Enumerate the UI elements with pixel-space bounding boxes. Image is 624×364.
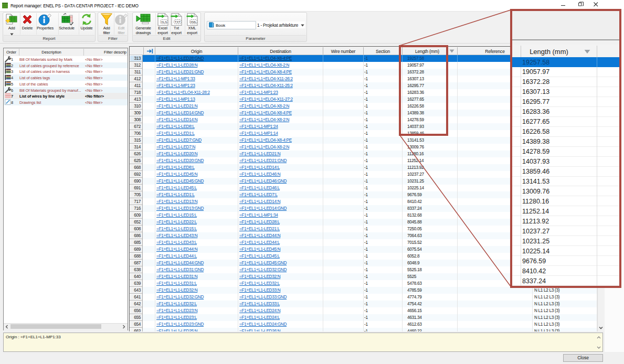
svg-text:XLS: XLS (161, 20, 167, 24)
svg-text:XML: XML (190, 20, 197, 24)
svg-text:TXT: TXT (175, 20, 181, 24)
